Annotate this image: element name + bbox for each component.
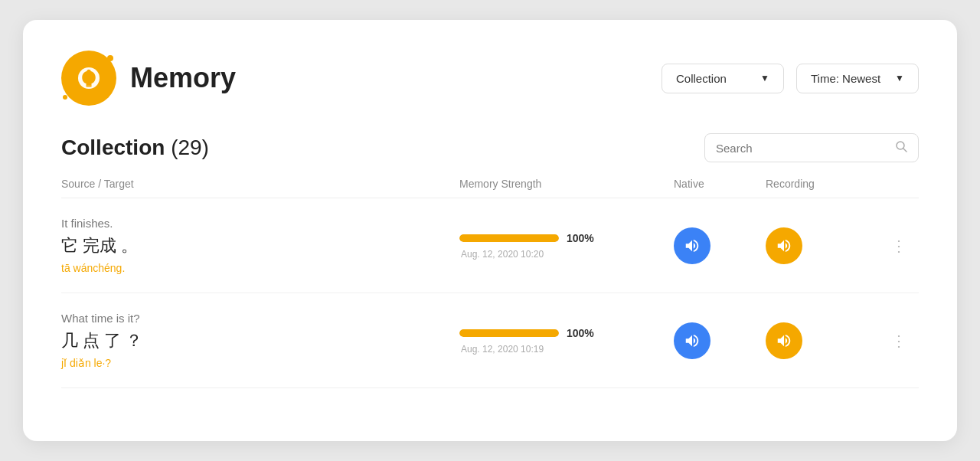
recording-audio-button[interactable] [766, 322, 802, 359]
collection-dropdown-label: Collection [676, 72, 727, 85]
col-source-target: Source / Target [61, 178, 459, 190]
speaker-icon [684, 332, 701, 349]
strength-date: Aug. 12, 2020 10:20 [461, 249, 674, 260]
search-icon [895, 140, 907, 155]
table-header: Source / Target Memory Strength Native R… [61, 178, 919, 198]
time-dropdown[interactable]: Time: Newest ▼ [796, 64, 919, 93]
source-target-cell: What time is it? 几 点 了 ？ jǐ diǎn le·? [61, 312, 459, 369]
target-text: 它 完成 。 [61, 234, 459, 257]
col-recording: Recording [766, 178, 888, 190]
strength-percent: 100% [567, 232, 594, 244]
time-dropdown-label: Time: Newest [811, 72, 880, 85]
app-logo [61, 51, 116, 106]
more-options-button[interactable]: ⋮ [888, 234, 910, 258]
strength-date: Aug. 12, 2020 10:19 [461, 344, 674, 355]
memory-strength-cell: 100% Aug. 12, 2020 10:19 [459, 327, 674, 355]
time-dropdown-arrow: ▼ [895, 73, 904, 83]
romanization-text: tā wánchéng. [61, 262, 459, 274]
recording-cell [766, 322, 888, 359]
more-options-cell: ⋮ [888, 329, 919, 353]
source-target-cell: It finishes. 它 完成 。 tā wánchéng. [61, 217, 459, 274]
search-input[interactable] [716, 142, 889, 155]
speaker-icon [684, 237, 701, 254]
strength-fill [459, 329, 559, 337]
strength-percent: 100% [567, 327, 594, 339]
collection-header: Collection (29) [61, 133, 919, 162]
header-controls: Collection ▼ Time: Newest ▼ [662, 64, 919, 93]
collection-count: (29) [171, 136, 209, 159]
collection-title: Collection (29) [61, 136, 209, 160]
app-title: Memory [130, 62, 236, 94]
recording-speaker-icon [776, 332, 792, 349]
table-rows: It finishes. 它 完成 。 tā wánchéng. 100% Au… [61, 198, 919, 388]
native-audio-button[interactable] [674, 322, 710, 359]
svg-line-3 [903, 149, 906, 152]
source-text: It finishes. [61, 217, 459, 230]
romanization-text: jǐ diǎn le·? [61, 357, 459, 369]
app-branding: Memory [61, 51, 236, 106]
strength-fill [459, 234, 559, 242]
main-card: Memory Collection ▼ Time: Newest ▼ Colle… [23, 20, 957, 441]
native-cell [674, 227, 766, 264]
collection-dropdown-arrow: ▼ [760, 73, 769, 83]
more-options-cell: ⋮ [888, 234, 919, 258]
recording-audio-button[interactable] [766, 227, 802, 264]
svg-point-1 [87, 70, 90, 74]
col-native: Native [674, 178, 766, 190]
native-audio-button[interactable] [674, 227, 710, 264]
collection-dropdown[interactable]: Collection ▼ [662, 64, 784, 93]
header: Memory Collection ▼ Time: Newest ▼ [61, 51, 919, 106]
col-memory-strength: Memory Strength [459, 178, 674, 190]
search-box[interactable] [704, 133, 919, 162]
target-text: 几 点 了 ？ [61, 329, 459, 352]
more-options-button[interactable]: ⋮ [888, 329, 910, 353]
table-row: It finishes. 它 完成 。 tā wánchéng. 100% Au… [61, 198, 919, 293]
strength-bar [459, 234, 559, 242]
brain-icon [73, 62, 105, 94]
recording-speaker-icon [776, 237, 792, 254]
recording-cell [766, 227, 888, 264]
table-row: What time is it? 几 点 了 ？ jǐ diǎn le·? 10… [61, 293, 919, 388]
source-text: What time is it? [61, 312, 459, 325]
native-cell [674, 322, 766, 359]
memory-strength-cell: 100% Aug. 12, 2020 10:20 [459, 232, 674, 260]
strength-bar [459, 329, 559, 337]
